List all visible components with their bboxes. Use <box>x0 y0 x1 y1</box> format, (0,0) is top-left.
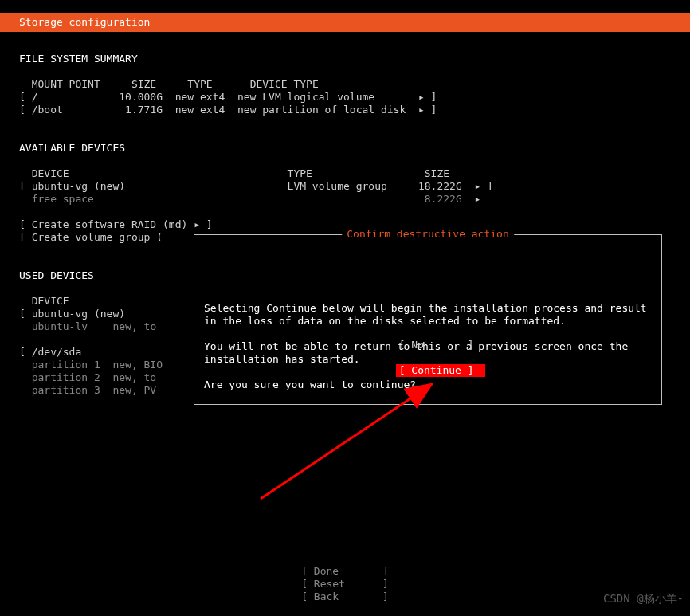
header-bar: Storage configuration <box>0 13 690 32</box>
create-raid-action[interactable]: [ Create software RAID (md) ▸ ] <box>19 218 213 230</box>
continue-label: Continue <box>411 364 461 376</box>
col-size: SIZE <box>425 167 449 179</box>
chevron-right-icon: ▸ <box>474 180 480 192</box>
create-vg-action[interactable]: [ Create volume group ( <box>19 231 163 243</box>
used-row: partition 1 new, BIO <box>19 359 163 371</box>
avail-dev-1: free space <box>32 193 94 205</box>
col-type: TYPE <box>288 167 312 179</box>
used-extra-1: new, to <box>112 320 156 332</box>
window-top-bar <box>0 0 690 13</box>
reset-label: Reset <box>314 578 345 590</box>
used-dev-1: ubuntu-lv <box>32 320 88 332</box>
used-heading: USED DEVICES <box>19 269 94 281</box>
no-label: No <box>411 339 424 351</box>
create-raid-label: Create software RAID (md) <box>32 218 188 230</box>
fs-size-1: 1.771G <box>125 104 163 116</box>
col-devtype: DEVICE TYPE <box>250 78 319 90</box>
used-extra-5: new, PV <box>112 384 156 396</box>
avail-size-0: 18.222G <box>418 180 462 192</box>
used-row: partition 2 new, to <box>19 371 156 383</box>
used-dev-5: partition 3 <box>32 384 100 396</box>
done-label: Done <box>314 565 339 577</box>
used-row[interactable]: [ /dev/sda <box>19 346 81 358</box>
col-size: SIZE <box>131 78 156 90</box>
avail-dev-0: ubuntu-vg (new) <box>32 180 125 192</box>
no-button[interactable]: [ No ] <box>396 339 485 351</box>
watermark: CSDN @杨小羊- <box>603 592 684 605</box>
chevron-right-icon: ▸ <box>474 193 480 205</box>
modal-title: Confirm destructive action <box>342 228 514 241</box>
used-dev-2: /dev/sda <box>32 346 82 358</box>
avail-row[interactable]: [ ubuntu-vg (new) LVM volume group 18.22… <box>19 180 493 192</box>
create-vg-label: Create volume group ( <box>32 231 163 243</box>
used-extra-3: new, BIO <box>112 359 163 371</box>
used-dev-0: ubuntu-vg (new) <box>32 308 125 320</box>
chevron-right-icon: ▸ <box>194 218 200 230</box>
fs-size-0: 10.000G <box>119 91 163 103</box>
used-row[interactable]: [ ubuntu-vg (new) <box>19 308 125 320</box>
fs-devtype-0: new LVM logical volume <box>237 91 374 103</box>
fs-row[interactable]: [ /boot 1.771G new ext4 new partition of… <box>19 104 437 116</box>
col-mount: MOUNT POINT <box>32 78 100 90</box>
col-device: DEVICE <box>32 167 69 179</box>
back-label: Back <box>314 590 339 602</box>
avail-type-0: LVM volume group <box>288 180 387 192</box>
fs-mount-0: / <box>32 91 38 103</box>
used-row: partition 3 new, PV <box>19 384 156 396</box>
reset-button[interactable]: [ Reset ] <box>301 578 389 590</box>
done-button[interactable]: [ Done ] <box>301 565 389 577</box>
fs-row[interactable]: [ / 10.000G new ext4 new LVM logical vol… <box>19 91 437 103</box>
footer-actions: [ Done ] [ Reset ] [ Back ] <box>0 552 690 603</box>
fs-mount-1: /boot <box>32 104 63 116</box>
used-dev-3: partition 1 <box>32 359 100 371</box>
col-type: TYPE <box>187 78 212 90</box>
used-row: ubuntu-lv new, to <box>19 320 156 332</box>
back-button[interactable]: [ Back ] <box>301 590 389 602</box>
avail-size-1: 8.222G <box>425 193 462 205</box>
page-title: Storage configuration <box>19 16 150 29</box>
chevron-right-icon: ▸ <box>418 91 425 103</box>
used-extra-4: new, to <box>112 371 156 383</box>
fs-type-1: new ext4 <box>175 104 225 116</box>
continue-button[interactable]: [ Continue ] <box>396 364 485 377</box>
used-dev-4: partition 2 <box>32 371 100 383</box>
fs-type-0: new ext4 <box>175 91 225 103</box>
fs-summary-heading: FILE SYSTEM SUMMARY <box>19 53 138 65</box>
available-heading: AVAILABLE DEVICES <box>19 142 125 154</box>
chevron-right-icon: ▸ <box>418 104 425 116</box>
col-device: DEVICE <box>32 295 69 307</box>
modal-p1: Selecting Continue below will begin the … <box>204 302 653 327</box>
fs-devtype-1: new partition of local disk <box>237 104 406 116</box>
confirm-modal: Confirm destructive action Selecting Con… <box>194 234 662 405</box>
avail-row: free space 8.222G ▸ <box>19 193 480 205</box>
